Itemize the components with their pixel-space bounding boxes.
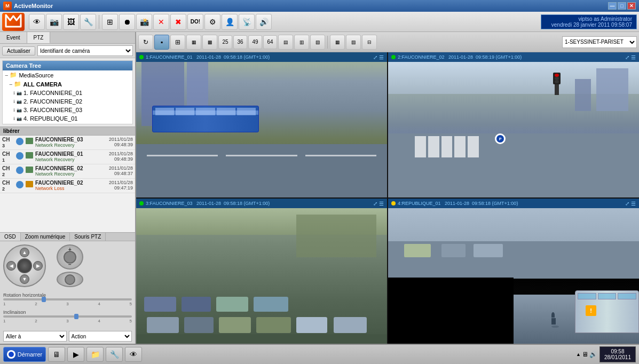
tree-cam2[interactable]: ℹ 📷 2. FAUCONNIERE_02 [3, 97, 132, 106]
zebra-crossing [415, 136, 479, 157]
inclinaison-thumb[interactable] [74, 314, 78, 319]
camera-id-select[interactable]: Identifiant de caméra [37, 45, 133, 56]
tab-event[interactable]: Event [0, 32, 27, 43]
layout-button[interactable]: ⊞ [102, 14, 118, 30]
cam3-road [136, 334, 387, 344]
gear-button[interactable]: ⚙ [204, 14, 220, 30]
record-button[interactable]: ⏺ [119, 14, 135, 30]
ptz-tab-zoom[interactable]: Zoom numérique [21, 233, 70, 241]
ptz-left-button[interactable]: ◀ [6, 261, 16, 271]
rotation-slider[interactable] [3, 298, 132, 300]
cam2-info-icon: ℹ [13, 99, 15, 104]
focus-circle[interactable] [57, 272, 83, 287]
app-logo-large [2, 13, 25, 31]
event-row[interactable]: CH2 FAUCONNIERE_02 Network Loss 2011/01/… [0, 179, 135, 193]
custom2-view-button[interactable]: ▥ [294, 35, 309, 50]
snapshot-button[interactable]: 📸 [136, 14, 152, 30]
event-status: Network Recovery [35, 157, 107, 162]
tree-mediasource[interactable]: − 📁 MediaSource [3, 70, 132, 80]
cam2-icon: 📷 [17, 99, 22, 104]
status-dot-1 [139, 55, 144, 59]
64-view-button[interactable]: 64 [263, 35, 277, 49]
taskbar-icon-5[interactable]: 👁 [125, 347, 142, 362]
tree-cam4[interactable]: ℹ 📷 4. REPUBLIQUE_01 [3, 114, 132, 123]
ptz-tab-osd[interactable]: OSD [0, 233, 21, 241]
network-button[interactable]: 📡 [239, 14, 255, 30]
view-button[interactable]: 👁 [29, 14, 45, 30]
stop2-button[interactable]: ✖ [170, 14, 186, 30]
stop-button[interactable]: ✕ [153, 14, 169, 30]
aller-a-select[interactable]: Aller à [3, 331, 67, 342]
fullscreen-icon-4[interactable]: ⤢ [625, 201, 629, 207]
action-select[interactable]: Action [69, 331, 132, 342]
building-2 [187, 62, 208, 110]
event-row[interactable]: CH2 FAUCONNIERE_02 Network Recovery 2011… [0, 164, 135, 179]
event-info: FAUCONNIERE_02 Network Loss [35, 180, 107, 191]
tree-allcamera[interactable]: − 📁 ALL CAMERA [3, 80, 132, 89]
tree-cam1[interactable]: ℹ 📷 1. FAUCONNIERE_01 [3, 89, 132, 97]
config2-button[interactable]: ▨ [346, 35, 361, 50]
menu-icon-3[interactable]: ☰ [379, 201, 384, 207]
fullscreen-icon-1[interactable]: ⤢ [373, 54, 377, 60]
close-button[interactable]: ✕ [627, 2, 636, 10]
screenshot-button[interactable]: 🖼 [63, 14, 79, 30]
start-logo [7, 350, 15, 359]
audio-button[interactable]: 🔊 [256, 14, 272, 30]
nine-view-button[interactable]: ▦ [186, 35, 201, 50]
video-cell-3[interactable]: 3:FAUCONNIERE_03 2011-01-28 09:58:18 (GM… [136, 199, 387, 344]
menu-icon-1[interactable]: ☰ [379, 54, 384, 60]
video-cell-1[interactable]: 1:FAUCONNIERE_01 2011-01-28 09:58:18 (GM… [136, 52, 387, 197]
do-button[interactable]: DO! [187, 14, 203, 30]
tray-icon-arrow[interactable]: ▲ [576, 352, 581, 357]
custom1-view-button[interactable]: ▤ [278, 35, 293, 50]
video-cell-2[interactable]: P 2:FAUCONNIERE_02 2011-01-28 09:58:19 (… [388, 52, 639, 197]
sixteen-view-button[interactable]: ▩ [202, 35, 217, 50]
custom3-view-button[interactable]: ▧ [310, 35, 325, 50]
event-row[interactable]: CH3 FAUCONNIERE_03 Network Recovery 2011… [0, 136, 135, 150]
rotation-thumb[interactable] [42, 297, 46, 302]
ptz-up-button[interactable]: ▲ [20, 248, 29, 257]
event-row[interactable]: CH1 FAUCONNIERE_01 Network Recovery 2011… [0, 150, 135, 164]
single-view-button[interactable]: ▪ [154, 35, 169, 50]
refresh-button[interactable]: Actualiser [2, 46, 35, 56]
quad-view-button[interactable]: ⊞ [170, 35, 185, 50]
location-select[interactable]: 1-SEYSSINET-PARISET [562, 36, 637, 48]
taskbar-icon-4[interactable]: 🔧 [106, 347, 123, 362]
event-datetime: 2011/01/2809:47:19 [109, 180, 133, 191]
49-view-button[interactable]: 49 [248, 35, 262, 49]
ptz-joystick[interactable]: ▲ ▼ ◀ ▶ [3, 244, 46, 287]
fullscreen-icon-3[interactable]: ⤢ [373, 201, 377, 207]
taskbar-icon-1[interactable]: 🖥 [48, 347, 65, 362]
25-view-button[interactable]: 25 [218, 35, 232, 49]
refresh-view-button[interactable]: ↻ [138, 35, 153, 50]
minimize-button[interactable]: — [608, 2, 617, 10]
maximize-button[interactable]: □ [618, 2, 626, 10]
ptz-right-button[interactable]: ▶ [33, 261, 43, 271]
tree-cam3[interactable]: ℹ 📷 3. FAUCONNIERE_03 [3, 106, 132, 114]
event-ch: CH2 [2, 180, 14, 192]
fullscreen-icon-2[interactable]: ⤢ [625, 54, 629, 60]
video-cell-4[interactable]: ! 4:REPUBLIQUE_01 2011-01-28 09:58:18 (G… [388, 199, 639, 344]
config3-button[interactable]: ⊟ [362, 35, 377, 50]
video-header-4: 4:REPUBLIQUE_01 2011-01-28 09:58:18 (GMT… [388, 199, 639, 208]
event-name: FAUCONNIERE_03 [35, 137, 107, 143]
video-toolbar-right: 1-SEYSSINET-PARISET [562, 36, 637, 48]
ptz-down-button[interactable]: ▼ [20, 274, 29, 284]
menu-icon-4[interactable]: ☰ [631, 201, 636, 207]
taskbar-icon-2[interactable]: ▶ [67, 347, 84, 362]
tab-ptz[interactable]: PTZ [27, 32, 51, 43]
toolbar-separator-1 [99, 15, 99, 29]
video-header-2: 2:FAUCONNIERE_02 2011-01-28 09:58:19 (GM… [388, 52, 639, 62]
person-button[interactable]: 👤 [222, 14, 238, 30]
ptz-tab-souris[interactable]: Souris PTZ [70, 233, 106, 241]
menu-icon-2[interactable]: ☰ [631, 54, 636, 60]
event-status: Network Recovery [35, 143, 107, 148]
36-view-button[interactable]: 36 [233, 35, 247, 49]
settings-button[interactable]: 🔧 [80, 14, 96, 30]
camera-button[interactable]: 📷 [46, 14, 62, 30]
zoom-circle[interactable]: + − [57, 244, 83, 270]
start-button[interactable]: Démarrer [3, 347, 46, 362]
taskbar-icon-3[interactable]: 📁 [86, 347, 104, 362]
inclinaison-slider[interactable] [3, 315, 132, 318]
config1-button[interactable]: ▦ [330, 35, 345, 50]
